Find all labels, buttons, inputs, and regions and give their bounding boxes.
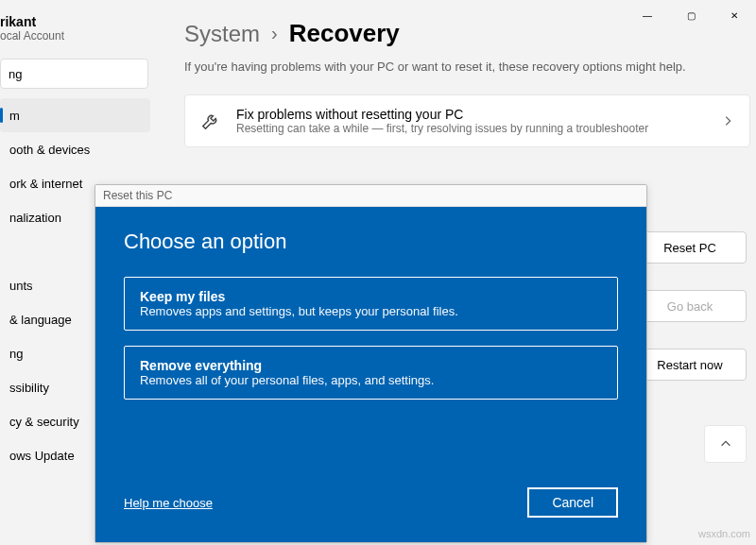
card-subtitle: Resetting can take a while — first, try …: [236, 122, 721, 135]
reset-pc-dialog: Reset this PC Choose an option Keep my f…: [94, 184, 647, 543]
profile-block: rikant ocal Account: [0, 14, 156, 47]
profile-name: rikant: [0, 14, 156, 29]
dialog-heading: Choose an option: [124, 230, 618, 254]
main-content: System › Recovery If you're having probl…: [184, 19, 750, 157]
go-back-button[interactable]: Go back: [633, 290, 747, 322]
dialog-body: Choose an option Keep my files Removes a…: [95, 207, 646, 542]
fix-problems-card[interactable]: Fix problems without resetting your PC R…: [184, 94, 750, 147]
search-box[interactable]: [0, 59, 148, 89]
chevron-up-icon: [719, 437, 732, 451]
wrench-icon: [200, 111, 221, 131]
dialog-frame-title: Reset this PC: [95, 185, 646, 207]
recovery-actions: Reset PC Go back Restart now: [633, 231, 747, 381]
option-title: Remove everything: [140, 358, 602, 373]
help-me-choose-link[interactable]: Help me choose: [124, 496, 213, 510]
expand-toggle[interactable]: [704, 425, 747, 463]
option-remove-everything[interactable]: Remove everything Removes all of your pe…: [124, 346, 618, 400]
option-title: Keep my files: [140, 289, 602, 304]
cancel-button[interactable]: Cancel: [527, 487, 618, 518]
option-subtitle: Removes apps and settings, but keeps you…: [140, 304, 602, 318]
dialog-footer: Help me choose Cancel: [124, 487, 618, 518]
profile-subtitle: ocal Account: [0, 29, 156, 43]
restart-now-button[interactable]: Restart now: [633, 349, 747, 381]
card-body: Fix problems without resetting your PC R…: [236, 107, 721, 135]
page-description: If you're having problems with your PC o…: [184, 60, 750, 74]
option-subtitle: Removes all of your personal files, apps…: [140, 373, 602, 387]
chevron-right-icon: ›: [271, 23, 278, 44]
card-title: Fix problems without resetting your PC: [236, 107, 721, 122]
page-title: Recovery: [289, 19, 400, 48]
option-keep-files[interactable]: Keep my files Removes apps and settings,…: [124, 277, 618, 331]
search-input[interactable]: [9, 67, 167, 81]
nav-item-system[interactable]: m: [0, 98, 150, 132]
nav-item-bluetooth[interactable]: ooth & devices: [0, 132, 150, 166]
reset-pc-button[interactable]: Reset PC: [633, 231, 747, 264]
breadcrumb-parent[interactable]: System: [184, 21, 260, 47]
breadcrumb: System › Recovery: [184, 19, 750, 48]
watermark: wsxdn.com: [698, 528, 750, 539]
chevron-right-icon: [721, 114, 734, 128]
